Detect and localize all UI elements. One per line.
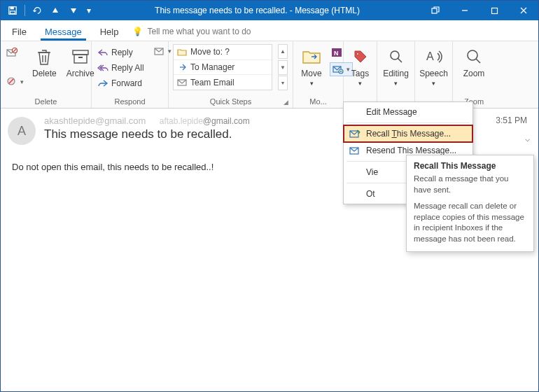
svg-line-25 — [398, 58, 402, 62]
menu-edit-message[interactable]: Edit Message — [344, 104, 472, 120]
tooltip-recall: Recall This Message Recall a message tha… — [406, 155, 534, 252]
blank-icon — [349, 188, 360, 200]
find-icon — [385, 46, 407, 68]
undo-icon[interactable] — [29, 3, 45, 18]
editing-button[interactable]: Editing▾ — [380, 44, 412, 89]
reply-button[interactable]: Reply — [96, 46, 146, 59]
group-speech: A Speech▾ — [415, 41, 453, 108]
tags-label: Tags▾ — [351, 69, 369, 88]
quick-access-toolbar: ▾ — [1, 3, 94, 18]
ribbon-tabs: File Message Help 💡 Tell me what you wan… — [1, 20, 538, 41]
quicksteps-down[interactable]: ▼ — [278, 60, 288, 75]
dialog-launcher-icon[interactable]: ◢ — [284, 99, 290, 106]
group-quicksteps: Move to: ? To Manager Team Email ▲ ▼ ▾ Q… — [169, 41, 293, 108]
junk-button[interactable]: ▾ — [5, 75, 25, 89]
group-zoom: Zoom Zoom — [453, 41, 495, 108]
move-folder-icon — [300, 46, 323, 68]
zoom-button[interactable]: Zoom — [460, 44, 488, 80]
group-tags: Tags▾ — [344, 41, 377, 108]
svg-rect-1 — [10, 7, 14, 10]
svg-text:A: A — [426, 50, 434, 62]
forward-small-icon — [177, 63, 187, 71]
speech-button[interactable]: A Speech▾ — [416, 44, 451, 89]
quickstep-teamemail[interactable]: Team Email — [174, 75, 272, 90]
window-title: This message needs to be recalled. - Mes… — [94, 6, 421, 15]
quickstep-moveto[interactable]: Move to: ? — [174, 45, 272, 60]
delete-icon — [33, 46, 55, 68]
quicksteps-gallery[interactable]: Move to: ? To Manager Team Email — [173, 44, 272, 90]
svg-rect-2 — [10, 11, 15, 14]
qat-customize-icon[interactable]: ▾ — [84, 3, 94, 18]
popout-icon[interactable] — [421, 1, 450, 20]
more-icon — [154, 46, 165, 57]
window-controls — [421, 1, 538, 20]
svg-point-23 — [356, 53, 358, 55]
resend-icon — [349, 145, 360, 156]
tooltip-line1: Recall a message that you have sent. — [414, 174, 526, 195]
group-delete: ▾ Delete Archive Delete — [1, 41, 92, 108]
svg-line-28 — [476, 59, 480, 63]
group-editing: Editing▾ — [377, 41, 415, 108]
onenote-icon: N — [331, 47, 342, 58]
delete-button[interactable]: Delete — [29, 44, 59, 80]
junk-icon — [6, 76, 18, 88]
mail-small-icon — [177, 78, 187, 87]
tooltip-title: Recall This Message — [414, 161, 526, 171]
actions-icon — [332, 64, 344, 75]
svg-rect-15 — [74, 55, 87, 63]
reply-all-button[interactable]: Reply All — [96, 61, 146, 75]
folder-move-icon — [177, 48, 187, 56]
from-address: akashtlepide@gmail.com — [44, 115, 146, 126]
move-label: Move▾ — [301, 69, 321, 88]
move-button[interactable]: Move▾ — [298, 44, 326, 89]
ignore-button[interactable] — [5, 46, 25, 59]
avatar: A — [8, 117, 36, 145]
tell-me-search[interactable]: 💡 Tell me what you want to do — [132, 27, 251, 41]
reply-icon — [97, 47, 108, 58]
blank-icon — [349, 106, 360, 118]
svg-rect-3 — [432, 8, 437, 13]
to-address: aftab.lepide@gmail.com — [160, 116, 250, 126]
delete-label: Delete — [32, 69, 57, 78]
menu-separator — [346, 122, 470, 123]
group-label-move: Mo... — [298, 96, 339, 108]
svg-text:N: N — [334, 50, 339, 57]
zoom-label: Zoom — [463, 69, 485, 78]
forward-icon — [97, 78, 108, 89]
read-aloud-icon: A — [423, 46, 445, 68]
menu-recall-message[interactable]: Recall This Message... — [344, 125, 472, 142]
maximize-button[interactable] — [479, 1, 509, 20]
close-button[interactable] — [509, 1, 538, 20]
quickstep-tomanager[interactable]: To Manager — [174, 60, 272, 76]
received-time: 3:51 PM — [496, 115, 527, 125]
save-icon[interactable] — [5, 3, 20, 18]
ribbon: ▾ Delete Archive Delete Reply Reply All … — [1, 41, 538, 108]
tab-help[interactable]: Help — [96, 22, 123, 41]
tab-message[interactable]: Message — [41, 22, 86, 41]
tooltip-line2: Message recall can delete or replace cop… — [414, 201, 526, 244]
svg-point-27 — [468, 50, 477, 60]
forward-button[interactable]: Forward — [96, 76, 146, 90]
quicksteps-more[interactable]: ▾ — [278, 76, 288, 90]
quicksteps-up[interactable]: ▲ — [278, 44, 288, 59]
blank-icon — [349, 167, 360, 178]
next-icon[interactable] — [66, 3, 81, 18]
group-move: Move▾ N ▾ Mo... — [293, 41, 344, 108]
group-label-quicksteps: Quick Steps — [173, 96, 288, 108]
zoom-icon — [463, 46, 485, 68]
expand-header-icon[interactable]: ⌵ — [525, 134, 530, 144]
archive-icon — [69, 46, 92, 68]
prev-icon[interactable] — [48, 3, 63, 18]
body-text: Do not open this email, this needs to be… — [12, 162, 214, 172]
svg-rect-5 — [491, 8, 497, 13]
editing-label: Editing▾ — [383, 69, 409, 88]
recall-icon — [349, 128, 360, 139]
group-respond: Reply Reply All Forward ▾ Respond — [92, 41, 169, 108]
menu-recall-label: Recall This Message... — [366, 129, 451, 139]
minimize-button[interactable] — [450, 1, 479, 20]
tab-file[interactable]: File — [8, 22, 31, 41]
lightbulb-icon: 💡 — [132, 27, 143, 36]
group-label-respond: Respond — [96, 96, 164, 108]
reply-all-icon — [97, 62, 108, 74]
tags-button[interactable]: Tags▾ — [346, 44, 374, 89]
